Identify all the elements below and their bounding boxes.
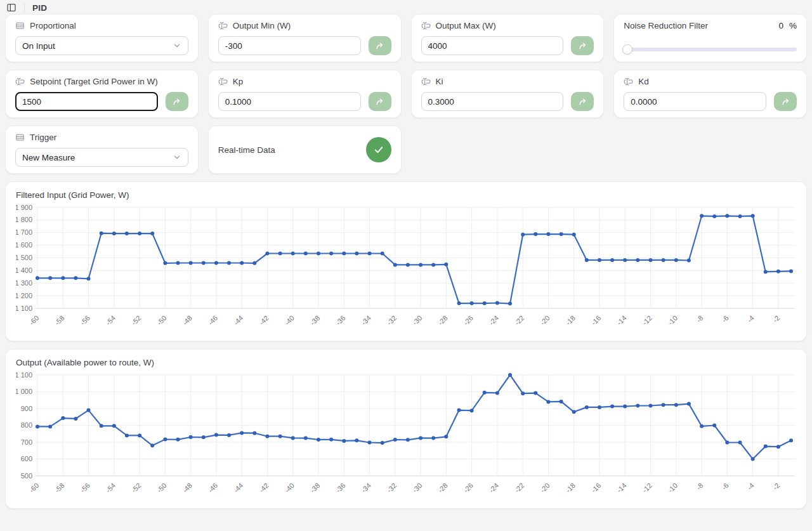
setpoint-submit-button[interactable] bbox=[166, 92, 188, 111]
realtime-data-label: Real-time Data bbox=[218, 145, 275, 155]
sidebar-toggle-icon[interactable] bbox=[6, 3, 16, 13]
svg-text:-38: -38 bbox=[309, 482, 322, 494]
svg-text:-12: -12 bbox=[641, 314, 653, 327]
page-title: PID bbox=[32, 3, 47, 13]
svg-text:-18: -18 bbox=[564, 314, 577, 327]
controls-row-2: Setpoint (Target Grid Power in W) Kp bbox=[0, 70, 812, 118]
svg-text:-24: -24 bbox=[488, 314, 501, 327]
slider-track[interactable] bbox=[624, 48, 797, 51]
svg-text:900: 900 bbox=[21, 405, 32, 412]
filtered-input-chart-title: Filtered Input (Grid Power, W) bbox=[16, 190, 796, 200]
svg-text:-54: -54 bbox=[104, 482, 117, 494]
svg-text:-58: -58 bbox=[53, 482, 66, 494]
svg-text:-50: -50 bbox=[155, 314, 168, 327]
svg-text:1 500: 1 500 bbox=[16, 254, 32, 261]
kp-label: Kp bbox=[233, 77, 244, 86]
svg-text:1 300: 1 300 bbox=[16, 279, 32, 287]
kp-submit-button[interactable] bbox=[369, 92, 391, 111]
svg-text:-16: -16 bbox=[590, 482, 603, 494]
noise-filter-value: 0 bbox=[778, 21, 783, 30]
svg-text:-36: -36 bbox=[334, 314, 347, 327]
proportional-select-value: On Input bbox=[22, 41, 55, 51]
svg-text:-42: -42 bbox=[258, 314, 270, 327]
svg-text:700: 700 bbox=[21, 438, 32, 446]
ki-input[interactable] bbox=[421, 92, 564, 111]
text-cursor-input-icon bbox=[421, 21, 431, 30]
svg-text:-18: -18 bbox=[564, 482, 577, 494]
ki-card: Ki bbox=[411, 70, 605, 118]
svg-text:1 700: 1 700 bbox=[16, 228, 32, 236]
proportional-select[interactable]: On Input bbox=[15, 36, 188, 55]
svg-text:-28: -28 bbox=[436, 314, 449, 327]
text-cursor-input-icon bbox=[624, 77, 633, 86]
trigger-card: Trigger New Measure bbox=[5, 126, 199, 174]
svg-text:-44: -44 bbox=[232, 482, 245, 494]
svg-text:-40: -40 bbox=[283, 482, 296, 494]
svg-text:-56: -56 bbox=[79, 482, 91, 494]
svg-text:-14: -14 bbox=[615, 314, 628, 327]
output-chart-card: Output (Available power to route, W) 500… bbox=[5, 349, 807, 509]
trigger-select[interactable]: New Measure bbox=[15, 148, 188, 167]
svg-text:500: 500 bbox=[21, 472, 32, 480]
svg-text:-10: -10 bbox=[666, 482, 679, 494]
kd-submit-button[interactable] bbox=[774, 92, 797, 111]
output-max-label: Output Max (W) bbox=[436, 21, 496, 30]
output-max-card: Output Max (W) bbox=[411, 14, 605, 62]
svg-text:-10: -10 bbox=[666, 314, 679, 327]
controls-row-1: Proportional On Input Output Min (W) bbox=[0, 14, 812, 62]
svg-text:-52: -52 bbox=[130, 314, 143, 327]
svg-text:-14: -14 bbox=[615, 482, 628, 494]
kp-input[interactable] bbox=[218, 92, 361, 111]
output-min-submit-button[interactable] bbox=[369, 36, 391, 55]
noise-filter-slider[interactable] bbox=[624, 44, 797, 55]
svg-text:-26: -26 bbox=[462, 482, 475, 494]
kd-input[interactable] bbox=[624, 92, 766, 111]
svg-text:-26: -26 bbox=[462, 314, 475, 327]
svg-text:1 000: 1 000 bbox=[16, 388, 32, 395]
svg-text:-38: -38 bbox=[309, 314, 322, 327]
output-min-input[interactable] bbox=[218, 36, 361, 55]
text-cursor-input-icon bbox=[218, 21, 228, 30]
chevron-down-icon bbox=[173, 41, 181, 50]
setpoint-input[interactable] bbox=[15, 92, 158, 111]
realtime-data-card: Real-time Data bbox=[208, 126, 402, 174]
trigger-select-value: New Measure bbox=[22, 153, 75, 162]
realtime-status-toggle[interactable] bbox=[366, 137, 391, 162]
output-min-label: Output Min (W) bbox=[233, 21, 291, 30]
filtered-input-chart: 1 1001 2001 3001 4001 5001 6001 7001 800… bbox=[16, 202, 796, 337]
svg-text:1 200: 1 200 bbox=[16, 292, 32, 299]
svg-text:-2: -2 bbox=[771, 482, 781, 491]
kp-card: Kp bbox=[208, 70, 402, 118]
svg-text:-30: -30 bbox=[411, 482, 424, 494]
output-chart-title: Output (Available power to route, W) bbox=[16, 358, 796, 367]
output-min-card: Output Min (W) bbox=[208, 14, 402, 62]
svg-text:-8: -8 bbox=[695, 482, 704, 491]
svg-text:-28: -28 bbox=[436, 482, 449, 494]
noise-filter-card: Noise Reduction Filter 0 % bbox=[613, 14, 807, 62]
text-cursor-input-icon bbox=[15, 77, 25, 86]
trigger-label: Trigger bbox=[30, 133, 56, 142]
svg-text:-32: -32 bbox=[385, 482, 398, 494]
setpoint-label: Setpoint (Target Grid Power in W) bbox=[30, 77, 158, 86]
filtered-input-chart-card: Filtered Input (Grid Power, W) 1 1001 20… bbox=[5, 181, 807, 341]
svg-text:-16: -16 bbox=[590, 314, 603, 327]
svg-text:1 900: 1 900 bbox=[16, 204, 32, 211]
noise-filter-label: Noise Reduction Filter bbox=[624, 21, 708, 30]
svg-text:-48: -48 bbox=[181, 314, 193, 327]
controls-row-3: Trigger New Measure Real-time Data bbox=[0, 126, 812, 174]
output-max-submit-button[interactable] bbox=[571, 36, 594, 55]
svg-text:-24: -24 bbox=[488, 482, 501, 494]
svg-text:-50: -50 bbox=[155, 482, 168, 494]
slider-handle[interactable] bbox=[622, 44, 632, 55]
top-bar: PID bbox=[0, 0, 812, 14]
output-max-input[interactable] bbox=[421, 36, 564, 55]
svg-text:-44: -44 bbox=[232, 314, 245, 327]
svg-text:800: 800 bbox=[21, 421, 32, 429]
svg-text:-40: -40 bbox=[283, 314, 296, 327]
svg-text:600: 600 bbox=[21, 455, 32, 462]
svg-text:-42: -42 bbox=[258, 482, 270, 494]
svg-text:-34: -34 bbox=[360, 314, 372, 327]
setpoint-card: Setpoint (Target Grid Power in W) bbox=[5, 70, 199, 118]
ki-submit-button[interactable] bbox=[571, 92, 594, 111]
svg-text:1 100: 1 100 bbox=[16, 305, 32, 312]
